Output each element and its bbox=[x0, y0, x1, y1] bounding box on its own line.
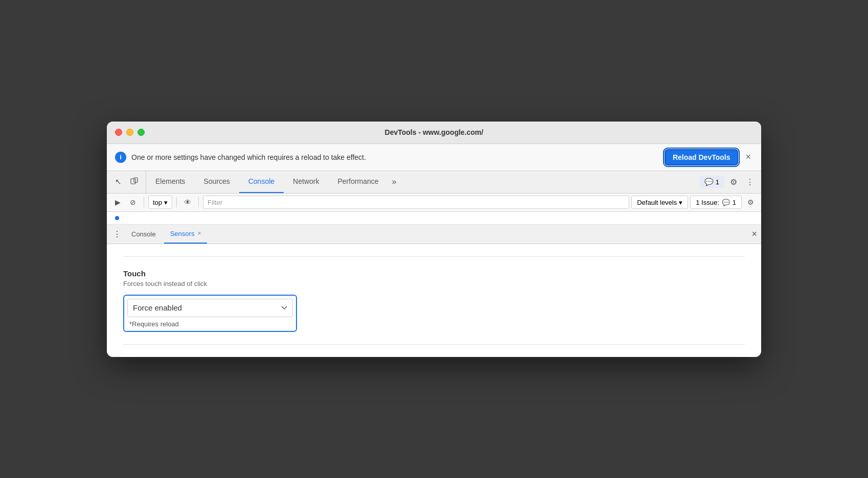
gear-icon: ⚙ bbox=[730, 177, 737, 187]
divider-2 bbox=[176, 197, 177, 207]
message-icon: 💬 bbox=[704, 178, 713, 186]
tab-network[interactable]: Network bbox=[284, 171, 328, 193]
tab-console[interactable]: Console bbox=[239, 171, 284, 193]
toolbar-right: 💬 1 ⚙ ⋮ bbox=[695, 171, 761, 193]
device-icon bbox=[130, 177, 139, 187]
more-tabs-button[interactable]: » bbox=[388, 171, 401, 193]
cursor-icon: ↖ bbox=[115, 177, 122, 186]
divider bbox=[144, 197, 144, 207]
window-title: DevTools - www.google.com/ bbox=[385, 128, 484, 136]
eye-icon: 👁 bbox=[184, 198, 191, 206]
sensors-panel: Touch Forces touch instead of click Forc… bbox=[107, 244, 761, 357]
main-toolbar: ↖ Elements Sources Console bbox=[107, 171, 761, 194]
tab-elements[interactable]: Elements bbox=[146, 171, 194, 193]
eye-button[interactable]: 👁 bbox=[181, 196, 194, 209]
more-icon: ⋮ bbox=[746, 177, 754, 187]
touch-desc: Forces touch instead of click bbox=[123, 280, 745, 288]
touch-dropdown-wrapper: Force enabled None *Requires reload bbox=[123, 295, 297, 332]
divider-3 bbox=[198, 197, 199, 207]
maximize-button[interactable] bbox=[138, 129, 145, 136]
chevron-down-icon-2: ▾ bbox=[679, 199, 682, 206]
svg-rect-0 bbox=[131, 179, 135, 184]
console-toolbar: ▶ ⊘ top ▾ 👁 Default levels ▾ 1 Issue: 💬 … bbox=[107, 194, 761, 212]
bottom-divider bbox=[123, 344, 745, 345]
block-icon: ⊘ bbox=[130, 198, 136, 206]
panel-menu-button[interactable]: ⋮ bbox=[111, 228, 123, 240]
message-icon-small: 💬 bbox=[722, 199, 730, 206]
notification-close-button[interactable]: × bbox=[743, 152, 753, 162]
chevron-down-icon: ▾ bbox=[164, 199, 168, 206]
panel-tab-sensors[interactable]: Sensors × bbox=[164, 224, 208, 244]
gear-icon-small: ⚙ bbox=[747, 198, 754, 206]
close-button[interactable] bbox=[115, 129, 122, 136]
cursor-tool-button[interactable]: ↖ bbox=[111, 175, 125, 189]
blue-indicator bbox=[115, 216, 119, 220]
touch-dropdown[interactable]: Force enabled None bbox=[127, 299, 293, 317]
settings-button[interactable]: ⚙ bbox=[726, 175, 741, 189]
traffic-lights bbox=[115, 129, 145, 136]
play-icon: ▶ bbox=[115, 198, 121, 206]
main-tabs: Elements Sources Console Network Perform… bbox=[146, 171, 695, 193]
minimize-button[interactable] bbox=[126, 129, 133, 136]
panel-close-button[interactable]: × bbox=[751, 229, 757, 240]
tab-sources[interactable]: Sources bbox=[194, 171, 239, 193]
clear-console-button[interactable]: ⊘ bbox=[126, 196, 140, 209]
console-settings-button[interactable]: ⚙ bbox=[744, 196, 757, 209]
touch-label: Touch bbox=[123, 269, 745, 278]
filter-input[interactable] bbox=[203, 196, 629, 209]
top-divider bbox=[123, 256, 745, 257]
issues-count-button[interactable]: 1 Issue: 💬 1 bbox=[690, 196, 742, 209]
notification-bar: i One or more settings have changed whic… bbox=[107, 144, 761, 171]
reload-devtools-button[interactable]: Reload DevTools bbox=[665, 149, 739, 165]
requires-reload-text: *Requires reload bbox=[127, 320, 293, 328]
bottom-panel-header: ⋮ Console Sensors × × bbox=[107, 225, 761, 244]
context-selector[interactable]: top ▾ bbox=[148, 196, 172, 209]
tab-close-icon[interactable]: × bbox=[197, 230, 201, 237]
panel-tab-console[interactable]: Console bbox=[125, 224, 162, 244]
more-options-button[interactable]: ⋮ bbox=[743, 175, 757, 189]
devtools-window: DevTools - www.google.com/ i One or more… bbox=[107, 122, 761, 357]
notification-text: One or more settings have changed which … bbox=[131, 153, 659, 161]
info-icon: i bbox=[115, 152, 126, 163]
console-area-top bbox=[107, 212, 761, 225]
tab-performance[interactable]: Performance bbox=[328, 171, 387, 193]
log-levels-dropdown[interactable]: Default levels ▾ bbox=[631, 196, 688, 209]
title-bar: DevTools - www.google.com/ bbox=[107, 122, 761, 144]
device-toolbar-button[interactable] bbox=[127, 175, 142, 189]
touch-section: Touch Forces touch instead of click Forc… bbox=[123, 269, 745, 332]
toolbar-icons: ↖ bbox=[107, 171, 146, 193]
issues-button[interactable]: 💬 1 bbox=[699, 176, 724, 188]
execute-script-button[interactable]: ▶ bbox=[111, 196, 124, 209]
